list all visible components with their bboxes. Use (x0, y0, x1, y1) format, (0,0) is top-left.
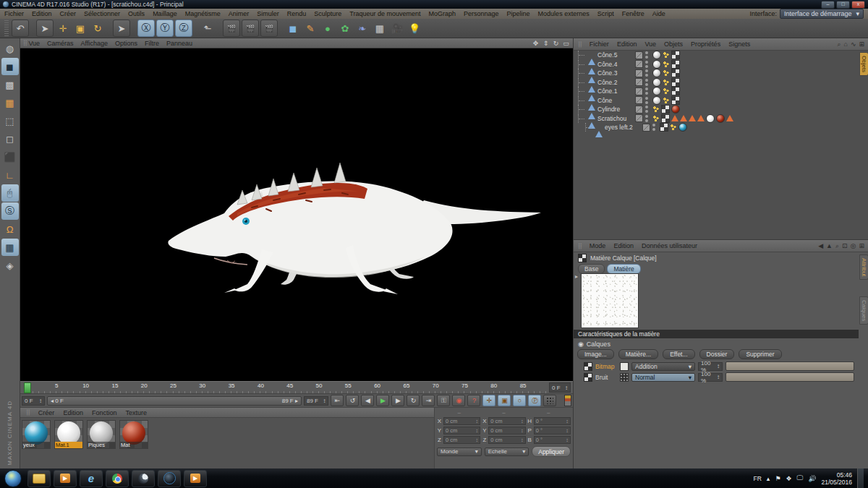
toggle-view-icon[interactable]: ▭ (562, 40, 570, 47)
material-tag-icon[interactable] (652, 78, 661, 87)
material-tag-icon[interactable] (671, 105, 680, 114)
layer-name[interactable]: Bitmap (595, 363, 617, 370)
language-indicator[interactable]: FR (754, 475, 762, 482)
material-tag-icon[interactable] (652, 69, 661, 77)
undo-icon[interactable]: ↶ (12, 20, 29, 37)
layer-name[interactable]: Bruit (595, 374, 617, 381)
phong-tag-icon[interactable] (670, 124, 677, 131)
uvw-tag-icon[interactable] (661, 114, 670, 123)
selection-tag-icon[interactable] (671, 115, 678, 121)
selection-tag-icon[interactable] (689, 115, 696, 121)
key-position-button[interactable]: ✛ (482, 395, 495, 406)
viewport-canvas[interactable] (20, 48, 573, 381)
stepper-icon[interactable]: ↕ (565, 385, 568, 391)
goto-end-button[interactable]: ⇥ (422, 395, 435, 406)
material-manager-grip[interactable]: ⣿ (26, 409, 30, 416)
key-rotation-button[interactable]: ○ (513, 395, 526, 406)
camera-icon[interactable]: 🎥 (389, 20, 405, 36)
visibility-dots[interactable] (645, 61, 648, 68)
object-row[interactable]: Cône (574, 96, 868, 106)
coord-value-field[interactable]: 0 cm↕ (443, 427, 480, 435)
object-row[interactable]: Cône.2 (574, 78, 868, 87)
timeline-ruler[interactable]: 0510152025303540455055606570758085 0 F↕ (20, 381, 573, 394)
rotate-icon[interactable]: ↻ (552, 40, 560, 47)
opacity-field[interactable]: 100 %↕ (698, 373, 723, 382)
visibility-dots[interactable] (645, 97, 648, 104)
visibility-dots[interactable] (645, 115, 648, 122)
material-manager-menu-texture[interactable]: Texture (125, 409, 147, 416)
tray-chevron-icon[interactable]: ▴ (767, 475, 770, 482)
object-name[interactable]: Cylindre (597, 106, 635, 113)
record-active-objects-button[interactable]: ◉ (452, 395, 465, 406)
network-icon[interactable]: 🖵 (797, 474, 804, 482)
lock-x-icon[interactable]: Ⓧ (137, 20, 155, 37)
play-forward-button[interactable]: ▶ (376, 395, 389, 406)
side-tab-calques[interactable]: Calques (859, 296, 868, 325)
tab-matiere[interactable]: Matière (607, 264, 640, 274)
interface-dropdown[interactable]: Interface de démarrage▾ (780, 9, 864, 19)
uv-mode-icon[interactable]: ▦ (1, 94, 19, 111)
play-reverse-button[interactable]: ↺ (346, 395, 359, 406)
object-manager-menu-fichier[interactable]: Fichier (590, 40, 609, 48)
menu-fenetre[interactable]: Fenêtre (622, 10, 644, 17)
viewport-menu-options[interactable]: Options (115, 40, 137, 47)
material-tag-icon[interactable] (716, 114, 725, 123)
layout-switch-icon[interactable] (564, 395, 571, 406)
attribute-manager-menu-edition[interactable]: Edition (613, 242, 634, 249)
media-player-1[interactable]: ▶ (54, 470, 77, 487)
menu-sculpture[interactable]: Sculpture (314, 10, 341, 17)
layer-square-icon[interactable] (635, 51, 643, 59)
axis-mode-icon[interactable]: ∟ (1, 166, 19, 184)
chrome[interactable] (106, 470, 129, 487)
layer-square-icon[interactable] (635, 87, 643, 95)
object-row[interactable]: Cylindre (574, 105, 868, 114)
coord-value-field[interactable]: 0 °↕ (534, 427, 571, 435)
menu-selectionner[interactable]: Sélectionner (84, 10, 120, 17)
phong-tag-icon[interactable] (652, 106, 660, 113)
viewport-menu-vue[interactable]: Vue (28, 40, 40, 47)
attribute-manager-menu-mode[interactable]: Mode (590, 242, 606, 249)
visibility-dots[interactable] (652, 124, 655, 131)
coord-value-field[interactable]: 0 cm↕ (488, 427, 525, 435)
menu-magnetisme[interactable]: Magnétisme (185, 10, 221, 17)
layer-square-icon[interactable] (635, 106, 643, 114)
panel-icon[interactable]: ⊞ (859, 40, 864, 48)
phong-tag-icon[interactable] (663, 61, 670, 68)
menu-mograph[interactable]: MoGraph (429, 10, 456, 17)
coord-value-field[interactable]: 0 °↕ (534, 436, 571, 444)
material-mat[interactable]: Mat (119, 420, 148, 449)
close-button[interactable]: x (851, 1, 865, 9)
matiere-button[interactable]: Matière... (618, 349, 658, 359)
object-name[interactable]: Cône.5 (597, 51, 635, 59)
opacity-slider[interactable] (726, 372, 854, 382)
scale-icon[interactable]: ▣ (72, 20, 88, 36)
path-icon[interactable]: ∿ (851, 40, 856, 48)
object-name[interactable]: Cône.1 (597, 87, 635, 95)
make-editable-icon[interactable]: ◍ (1, 40, 19, 57)
visibility-dots[interactable] (645, 69, 648, 77)
polygons-mode-icon[interactable]: ⬛ (1, 148, 19, 166)
coord-mode-dropdown[interactable]: Echelle▾ (485, 448, 529, 456)
viewport-menu-filtre[interactable]: Filtre (145, 40, 159, 47)
coord-value-field[interactable]: 0 cm↕ (443, 417, 480, 425)
menu-creer[interactable]: Créer (60, 10, 77, 17)
tweak-mode-icon[interactable]: 🖰 (1, 184, 19, 202)
selection-tag-icon[interactable] (680, 115, 687, 121)
live-selection-icon[interactable]: ➤ (36, 20, 54, 37)
menu-traqueur-de-mouvement[interactable]: Traqueur de mouvement (349, 10, 420, 17)
windows-update-icon[interactable]: ❖ (786, 475, 791, 482)
autokey-button[interactable]: ? (467, 395, 480, 406)
menu-pipeline[interactable]: Pipeline (507, 10, 530, 17)
side-tab-attribut[interactable]: Attribut (859, 254, 868, 280)
layer-square-icon[interactable] (635, 78, 643, 86)
layer-square-icon[interactable] (635, 60, 643, 68)
menu-personnage[interactable]: Personnage (464, 10, 499, 17)
object-manager-menu-objets[interactable]: Objets (664, 40, 683, 48)
object-name[interactable]: Cône.3 (597, 69, 635, 77)
media-player-2[interactable]: ▶ (184, 470, 207, 487)
maximize-button[interactable]: □ (836, 1, 850, 9)
spline-pen-icon[interactable]: ✎ (302, 20, 318, 36)
material-yeux[interactable]: yeux (22, 420, 51, 449)
coord-value-field[interactable]: 0 °↕ (534, 417, 571, 425)
target-icon[interactable]: ◎ (851, 242, 856, 250)
